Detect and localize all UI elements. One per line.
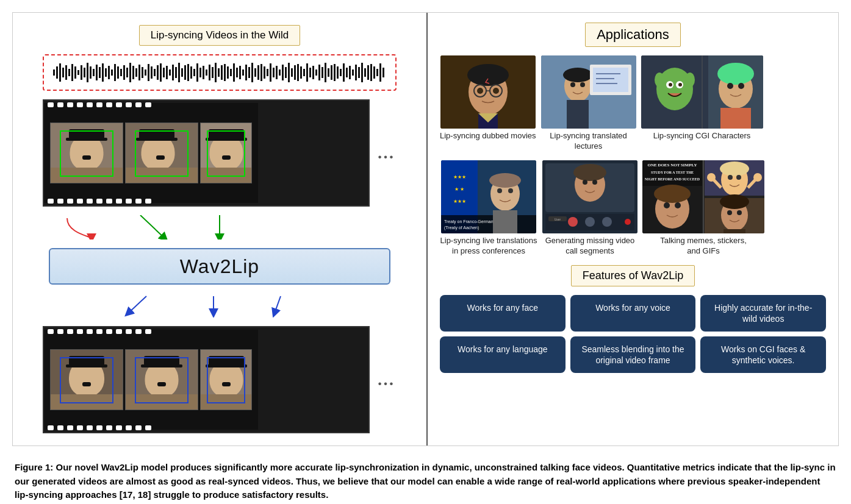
- svg-rect-36: [163, 68, 165, 77]
- svg-rect-9: [81, 65, 82, 80]
- svg-rect-130: [593, 68, 628, 92]
- app-grid-row-2: ★★★ ★ ★ ★★★ Treaty on Franco-German Coop…: [440, 160, 826, 257]
- svg-rect-2: [59, 63, 61, 82]
- app-item-dubbed-movies: Lip-syncing dubbed movies: [440, 55, 536, 141]
- svg-rect-22: [120, 69, 122, 76]
- svg-rect-62: [242, 69, 244, 76]
- svg-rect-33: [154, 69, 156, 76]
- svg-rect-87: [318, 65, 320, 80]
- svg-rect-27: [135, 68, 137, 77]
- svg-point-192: [728, 175, 733, 180]
- top-section: Lip-syncing Videos in the Wild: [12, 12, 839, 446]
- app-image-lectures: [541, 55, 636, 129]
- left-panel: Lip-syncing Videos in the Wild: [13, 13, 428, 445]
- svg-rect-31: [148, 64, 149, 81]
- svg-rect-84: [309, 68, 311, 77]
- feature-badge-cgi-voices: Works on CGI faces & synthetic voices.: [700, 336, 826, 373]
- svg-text:★ ★: ★ ★: [454, 186, 464, 192]
- svg-rect-35: [160, 63, 162, 82]
- svg-rect-107: [379, 63, 381, 82]
- svg-rect-74: [279, 69, 281, 76]
- svg-rect-102: [364, 68, 366, 77]
- svg-rect-64: [248, 67, 250, 78]
- feature-badge-blending: Seamless blending into the original vide…: [570, 336, 696, 373]
- svg-rect-11: [87, 63, 88, 82]
- main-container: Lip-syncing Videos in the Wild: [12, 12, 839, 502]
- svg-rect-51: [209, 65, 210, 80]
- app-label-press: Lip-syncing live translations in press c…: [440, 236, 537, 257]
- svg-rect-58: [230, 69, 232, 76]
- svg-rect-26: [132, 66, 134, 79]
- svg-rect-128: [567, 100, 589, 129]
- svg-line-111: [128, 296, 146, 313]
- svg-text:ONE DOES NOT SIMPLY: ONE DOES NOT SIMPLY: [647, 163, 697, 168]
- svg-point-170: [585, 217, 595, 227]
- svg-point-159: [497, 188, 502, 193]
- app-item-cgi: Lip-syncing CGI Characters: [641, 55, 763, 141]
- output-frame-2: [125, 349, 198, 410]
- svg-rect-54: [218, 68, 220, 77]
- svg-point-182: [664, 202, 670, 208]
- svg-rect-88: [321, 67, 323, 78]
- svg-rect-106: [376, 69, 378, 76]
- output-frame-1: [50, 349, 123, 410]
- features-grid: Works for any face Works for any voice H…: [440, 295, 826, 374]
- left-panel-title: Lip-syncing Videos in the Wild: [139, 25, 300, 46]
- svg-rect-4: [65, 65, 67, 80]
- svg-rect-0: [53, 69, 55, 76]
- app-label-cgi: Lip-syncing CGI Characters: [653, 131, 751, 141]
- svg-rect-97: [349, 66, 351, 79]
- svg-rect-89: [325, 63, 326, 82]
- svg-rect-28: [138, 65, 140, 80]
- svg-rect-24: [126, 68, 128, 77]
- svg-rect-29: [142, 67, 143, 78]
- svg-rect-91: [331, 65, 332, 80]
- svg-rect-57: [227, 66, 229, 79]
- svg-point-171: [602, 217, 612, 227]
- svg-rect-98: [352, 69, 354, 76]
- svg-rect-66: [254, 68, 256, 77]
- svg-rect-154: [441, 215, 536, 233]
- svg-rect-18: [108, 66, 110, 79]
- svg-rect-65: [251, 63, 253, 82]
- app-item-memes: ONE DOES NOT SIMPLY STUDY FOR A TEST THE…: [642, 160, 764, 257]
- app-item-lectures: Lip-syncing translated lectures: [540, 55, 637, 152]
- input-frame-2: [125, 122, 198, 183]
- svg-rect-13: [93, 69, 95, 76]
- figure-caption: Figure 1: Our novel Wav2Lip model produc…: [12, 456, 839, 502]
- svg-point-172: [625, 219, 631, 225]
- svg-rect-85: [312, 66, 314, 79]
- svg-rect-77: [288, 63, 290, 82]
- svg-point-120: [477, 88, 483, 94]
- dots-separator-2: …: [375, 370, 397, 389]
- svg-rect-86: [315, 69, 317, 76]
- app-image-press-conferences: ★★★ ★ ★ ★★★ Treaty on Franco-German Coop…: [441, 160, 536, 233]
- svg-point-169: [568, 217, 578, 227]
- app-grid-row-1: Lip-syncing dubbed movies: [440, 55, 826, 152]
- svg-point-190: [707, 173, 716, 182]
- svg-rect-21: [117, 66, 119, 79]
- arrows-area-1: [43, 215, 397, 240]
- svg-rect-48: [199, 68, 201, 77]
- svg-rect-70: [267, 69, 268, 76]
- svg-rect-20: [114, 64, 116, 81]
- svg-point-187: [720, 161, 749, 176]
- svg-rect-105: [373, 66, 375, 79]
- feature-badge-accurate: Highly accurate for in-the-wild videos: [700, 295, 826, 332]
- svg-rect-25: [129, 63, 131, 82]
- right-panel: Applications: [428, 13, 838, 445]
- svg-point-198: [737, 210, 742, 215]
- svg-rect-100: [358, 67, 360, 78]
- svg-rect-103: [367, 65, 369, 80]
- svg-rect-75: [282, 65, 284, 80]
- svg-text:★★★: ★★★: [453, 199, 466, 204]
- svg-rect-79: [294, 65, 296, 80]
- app-image-cgi: [641, 55, 763, 129]
- svg-rect-49: [203, 66, 204, 79]
- app-label-memes: Talking memes, stickers, and GIFs: [655, 236, 752, 257]
- svg-line-113: [275, 296, 281, 313]
- svg-rect-82: [303, 69, 305, 76]
- svg-rect-93: [337, 66, 339, 79]
- svg-point-196: [720, 194, 749, 209]
- svg-point-141: [678, 83, 682, 87]
